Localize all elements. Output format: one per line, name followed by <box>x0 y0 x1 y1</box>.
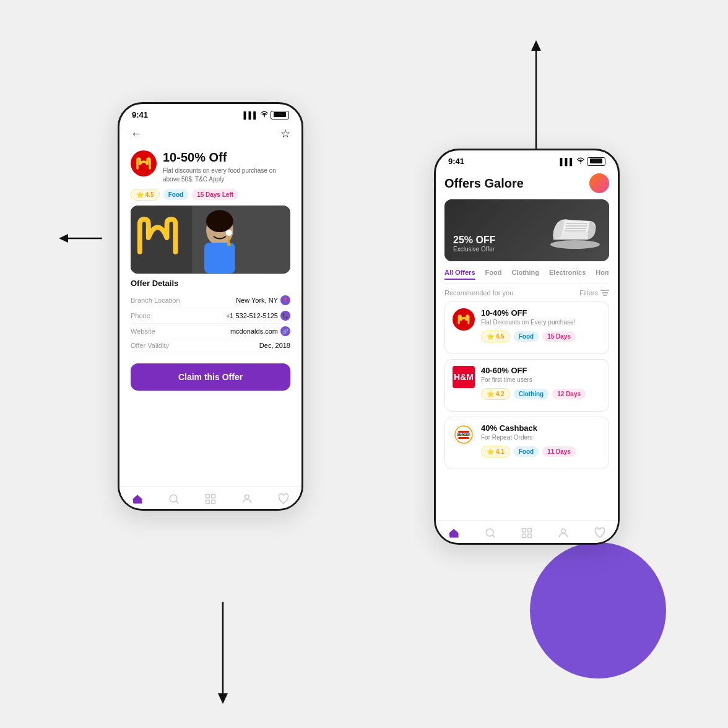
website-label: Website <box>131 327 155 335</box>
left-nav-profile[interactable] <box>241 493 253 505</box>
bk-rating: ⭐ 4.1 <box>481 446 510 457</box>
user-avatar[interactable] <box>589 173 609 193</box>
left-nav-home[interactable] <box>131 493 144 505</box>
recommended-label: Recommended for you <box>444 289 513 297</box>
banner-text: 25% OFF Exclusive Offer <box>453 235 495 253</box>
detail-row-phone: Phone +1 532-512-5125 📞 <box>131 308 290 324</box>
offers-galore-title: Offers Galore <box>444 176 524 191</box>
bk-food-tag: Food <box>514 446 539 457</box>
mcdonalds-offer-subtitle: Flat Discounts on Every purchase! <box>481 319 576 326</box>
offer-card-inner-mcdonalds: 10-40% OFF Flat Discounts on Every purch… <box>453 308 601 347</box>
left-phone-content: ← ☆ 10-50% Off Flat discounts on every f… <box>119 122 301 477</box>
left-status-bar: 9:41 ▌▌▌ <box>119 104 301 122</box>
battery-icon <box>271 111 289 119</box>
tab-food[interactable]: Food <box>485 269 502 280</box>
svg-rect-30 <box>458 437 469 439</box>
svg-rect-37 <box>528 534 532 538</box>
bk-card-logo: BURGER <box>453 423 475 446</box>
tab-home[interactable]: Home <box>596 269 609 280</box>
mcdonalds-logo <box>131 150 157 176</box>
offer-card-inner-hm: H&M 40-60% OFF For first time users ⭐ 4.… <box>453 366 601 405</box>
right-battery-icon <box>587 157 605 166</box>
hm-clothing-tag: Clothing <box>514 389 549 399</box>
arrow-up <box>524 37 548 163</box>
left-nav-bar: ← ☆ <box>131 122 290 145</box>
location-value: New York, NY 📍 <box>236 295 290 305</box>
tab-clothing[interactable]: Clothing <box>511 269 539 280</box>
right-time: 9:41 <box>448 157 464 166</box>
right-phone: 9:41 ▌▌▌ Offers Galore <box>434 149 620 545</box>
sneaker-image <box>547 209 603 251</box>
mcdonalds-tags: ⭐ 4.5 Food 15 Days <box>481 331 576 342</box>
banner-subtitle: Exclusive Offer <box>453 246 495 253</box>
right-nav-grid[interactable] <box>521 527 533 539</box>
validity-value: Dec, 2018 <box>259 342 290 349</box>
right-wifi-icon <box>576 157 585 165</box>
mcdonalds-card-info: 10-40% OFF Flat Discounts on Every purch… <box>481 308 576 347</box>
left-nav-heart[interactable] <box>277 493 290 505</box>
offer-card-mcdonalds[interactable]: 10-40% OFF Flat Discounts on Every purch… <box>444 301 609 354</box>
hm-tags: ⭐ 4.2 Clothing 12 Days <box>481 388 586 400</box>
signal-icon: ▌▌▌ <box>244 111 258 119</box>
svg-point-38 <box>561 529 565 533</box>
bookmark-icon[interactable]: ☆ <box>280 127 290 141</box>
hm-offer-subtitle: For first time users <box>481 376 586 383</box>
hm-offer-title: 40-60% OFF <box>481 366 586 375</box>
svg-point-11 <box>226 230 232 236</box>
svg-line-33 <box>493 535 495 537</box>
phone-label: Phone <box>131 312 150 319</box>
offers-galore-header: Offers Galore <box>444 168 609 199</box>
right-nav-heart[interactable] <box>594 527 606 539</box>
offer-title: 10-50% Off <box>163 150 290 165</box>
svg-rect-9 <box>204 243 235 274</box>
offer-card-hm[interactable]: H&M 40-60% OFF For first time users ⭐ 4.… <box>444 359 609 412</box>
offer-subtitle: Flat discounts on every food purchase on… <box>163 167 290 184</box>
claim-button[interactable]: Claim this Offer <box>131 363 290 391</box>
svg-marker-1 <box>531 40 541 51</box>
mcdonalds-card-logo <box>453 308 475 331</box>
banner-discount: 25% OFF <box>453 235 495 246</box>
back-button[interactable]: ← <box>131 128 142 141</box>
detail-row-website: Website mcdonalds.com 🔗 <box>131 324 290 339</box>
svg-rect-15 <box>212 495 215 498</box>
right-nav-home[interactable] <box>448 527 460 539</box>
offer-details-section: Offer Details Branch Location New York, … <box>131 279 290 352</box>
left-phone: 9:41 ▌▌▌ ← ☆ 10-50% Off Fla <box>118 102 303 511</box>
hm-rating: ⭐ 4.2 <box>481 388 510 400</box>
rating-tag: ⭐ 4.5 <box>131 189 160 201</box>
svg-point-12 <box>170 495 178 502</box>
offer-card-bk[interactable]: BURGER 40% Cashback For Repeat Orders ⭐ … <box>444 417 609 469</box>
filter-row: Recommended for you Filters <box>444 289 609 297</box>
svg-rect-34 <box>522 529 526 532</box>
left-bottom-nav <box>119 486 301 509</box>
svg-rect-16 <box>206 500 209 504</box>
hm-card-logo: H&M <box>453 366 475 388</box>
left-time: 9:41 <box>132 110 148 119</box>
tab-electronics[interactable]: Electronics <box>549 269 586 280</box>
validity-label: Offer Validity <box>131 342 169 349</box>
svg-point-18 <box>245 495 249 499</box>
tab-all-offers[interactable]: All Offers <box>444 269 475 280</box>
wifi-icon <box>260 111 269 119</box>
left-nav-search[interactable] <box>168 493 180 505</box>
detail-row-location: Branch Location New York, NY 📍 <box>131 293 290 308</box>
phone-icon: 📞 <box>280 311 290 321</box>
hm-days-tag: 12 Days <box>552 389 586 399</box>
right-nav-search[interactable] <box>484 527 496 539</box>
svg-marker-5 <box>218 693 228 704</box>
svg-rect-35 <box>528 529 532 532</box>
left-nav-grid[interactable] <box>204 493 217 505</box>
location-label: Branch Location <box>131 297 180 304</box>
bk-card-info: 40% Cashback For Repeat Orders ⭐ 4.1 Foo… <box>481 423 576 462</box>
svg-point-10 <box>206 210 233 232</box>
bk-days-tag: 11 Days <box>542 446 576 457</box>
banner-card[interactable]: 25% OFF Exclusive Offer <box>444 199 609 261</box>
svg-text:BURGER: BURGER <box>457 433 470 436</box>
offer-card-inner-bk: BURGER 40% Cashback For Repeat Orders ⭐ … <box>453 423 601 462</box>
detail-row-validity: Offer Validity Dec, 2018 <box>131 339 290 352</box>
offer-image-placeholder <box>131 206 290 274</box>
filters-button[interactable]: Filters <box>579 289 609 297</box>
right-nav-profile[interactable] <box>557 527 570 539</box>
svg-point-32 <box>487 529 494 536</box>
right-status-icons: ▌▌▌ <box>560 157 605 166</box>
